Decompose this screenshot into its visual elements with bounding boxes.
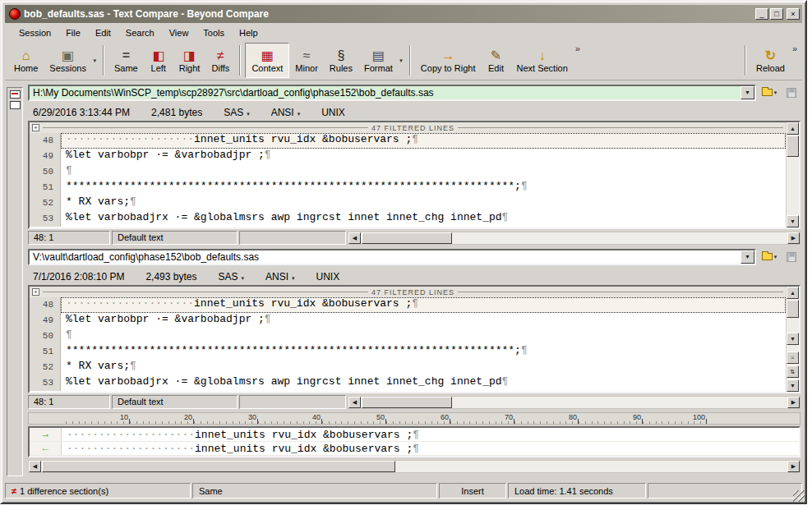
file-map-strip[interactable] — [7, 87, 23, 476]
bottom-horizontal-scrollbar[interactable]: ◀ ▶ — [348, 396, 800, 409]
scrollbar-thumb[interactable] — [787, 300, 799, 318]
show-left-button[interactable]: ◧ Left — [144, 43, 173, 78]
minor-button[interactable]: ≈ Minor — [289, 43, 324, 78]
center-differences-button[interactable]: ≈ — [787, 351, 799, 364]
top-vertical-scrollbar[interactable]: ▲ ▼ — [786, 122, 799, 227]
scroll-left-button[interactable]: ◀ — [348, 232, 361, 244]
folder-open-icon — [762, 253, 773, 260]
bottom-encoding-select[interactable]: ANSI▾ — [265, 271, 295, 283]
scroll-left-button[interactable]: ◀ — [348, 397, 361, 408]
copy-to-right-button[interactable]: → Copy to Right — [415, 43, 482, 78]
scroll-right-button[interactable]: ▶ — [787, 397, 800, 408]
scrollbar-thumb[interactable] — [362, 232, 452, 244]
menu-session[interactable]: Session — [12, 25, 58, 40]
maximize-button[interactable]: □ — [770, 8, 783, 20]
expand-icon[interactable]: + — [32, 288, 39, 296]
code-line[interactable]: 52 * RX vars;¶ — [30, 360, 786, 375]
bottom-vertical-scrollbar[interactable]: ▲ ▼ ≈ ⇅ ▼ — [786, 287, 799, 392]
bottom-path-dropdown-button[interactable]: ▼ — [740, 250, 754, 264]
detail-line-right[interactable]: ← ····················innet_units rvu_id… — [30, 442, 799, 456]
bottom-format-select[interactable]: SAS▾ — [218, 271, 244, 283]
toolbar-separator — [103, 45, 104, 76]
show-diffs-button[interactable]: ≠ Diffs — [205, 43, 235, 78]
scroll-left-button[interactable]: ◀ — [29, 461, 41, 472]
menu-view[interactable]: View — [162, 25, 196, 40]
scrollbar-thumb[interactable] — [42, 461, 395, 472]
top-path-combo: ▼ — [28, 85, 756, 101]
menu-help[interactable]: Help — [232, 25, 265, 40]
resize-grip[interactable] — [793, 490, 805, 502]
line-number: 53 — [30, 211, 61, 227]
scroll-up-button[interactable]: ▲ — [787, 287, 799, 299]
rules-button[interactable]: § Rules — [324, 43, 358, 78]
scrollbar-thumb[interactable] — [787, 136, 799, 157]
bottom-filtered-lines-header[interactable]: + 47 FILTERED LINES — [30, 287, 786, 297]
next-section-button[interactable]: ↓ Next Section — [510, 43, 573, 78]
column-ruler: 10 20 30 40 50 60 70 80 90 100 — [28, 412, 800, 425]
sessions-dropdown-icon[interactable]: ▾ — [93, 57, 96, 64]
app-window: bob_defaults.sas - Text Compare - Beyond… — [0, 0, 807, 504]
text-style: Default text — [112, 231, 238, 245]
home-button[interactable]: ⌂ Home — [8, 43, 44, 78]
line-number: 51 — [30, 344, 61, 360]
scroll-down-button[interactable]: ▼ — [787, 215, 799, 227]
code-line[interactable]: 53 %let varbobadjrx ·= &globalmsrs awp i… — [30, 375, 786, 391]
code-line[interactable]: 53 %let varbobadjrx ·= &globalmsrs awp i… — [30, 211, 786, 227]
top-horizontal-scrollbar[interactable]: ◀ ▶ — [348, 232, 800, 245]
code-line[interactable]: 48 ····················innet_units rvu_i… — [30, 297, 786, 313]
window-title: bob_defaults.sas - Text Compare - Beyond… — [24, 8, 754, 20]
edit-button[interactable]: ✎ Edit — [481, 43, 510, 78]
code-line[interactable]: 48 ····················innet_units rvu_i… — [30, 133, 786, 149]
line-text: ****************************************… — [61, 180, 786, 195]
reload-button[interactable]: ↻ Reload — [750, 43, 791, 78]
top-filtered-lines-header[interactable]: + 47 FILTERED LINES — [30, 122, 786, 133]
top-encoding-select[interactable]: ANSI▾ — [271, 107, 301, 118]
code-line[interactable]: 51 *************************************… — [30, 344, 786, 360]
scroll-right-button[interactable]: ▶ — [787, 232, 800, 244]
bottom-editor-pane[interactable]: + 47 FILTERED LINES 48 ·················… — [28, 285, 800, 393]
title-bar[interactable]: bob_defaults.sas - Text Compare - Beyond… — [5, 5, 802, 23]
toolbar-overflow-icon[interactable]: » — [791, 43, 799, 54]
menu-tools[interactable]: Tools — [196, 25, 232, 40]
scroll-right-button[interactable]: ▶ — [787, 461, 800, 472]
top-save-button[interactable] — [782, 85, 800, 101]
menu-file[interactable]: File — [58, 25, 88, 40]
menu-search[interactable]: Search — [118, 25, 162, 40]
encoding-dropdown-icon: ▾ — [292, 275, 295, 281]
code-line[interactable]: 49 %let varbobpr ·= &varbobadjpr ;¶ — [30, 149, 786, 164]
top-format-select[interactable]: SAS▾ — [224, 107, 250, 118]
code-line[interactable]: 49 %let varbobpr ·= &varbobadjpr ;¶ — [30, 313, 786, 329]
show-right-button[interactable]: ◨ Right — [173, 43, 206, 78]
bottom-modified-time: 7/1/2016 2:08:10 PM — [33, 271, 124, 283]
top-editor-pane[interactable]: + 47 FILTERED LINES 48 ·················… — [28, 121, 800, 229]
top-file-path-input[interactable] — [30, 86, 740, 99]
scroll-down-button[interactable]: ▼ — [787, 333, 799, 345]
bottom-pane-status-row: 48: 1 Default text ◀ ▶ — [28, 395, 800, 409]
show-same-button[interactable]: = Same — [108, 43, 144, 78]
next-difference-button[interactable]: ▼ — [787, 379, 799, 392]
bottom-browse-button[interactable]: ▾ — [760, 249, 778, 265]
detail-line-left[interactable]: → ····················innet_units rvu_id… — [30, 428, 799, 442]
code-line[interactable]: 52 * RX vars;¶ — [30, 195, 786, 211]
expand-icon[interactable]: + — [32, 124, 39, 131]
context-button[interactable]: ▦ Context — [245, 43, 289, 78]
format-button[interactable]: ▤ Format ▾ — [358, 43, 405, 78]
sessions-button[interactable]: ▣ Sessions ▾ — [44, 43, 99, 78]
scroll-up-button[interactable]: ▲ — [787, 122, 799, 135]
top-path-dropdown-button[interactable]: ▼ — [740, 86, 754, 99]
shared-horizontal-scrollbar[interactable]: ◀ ▶ — [28, 460, 800, 473]
toolbar-overflow-icon[interactable]: » — [574, 43, 582, 54]
top-browse-button[interactable]: ▾ — [760, 85, 778, 101]
bottom-file-path-input[interactable] — [30, 250, 740, 264]
minimize-button[interactable]: _ — [755, 8, 768, 20]
code-line[interactable]: 51 *************************************… — [30, 180, 786, 195]
lock-scrolling-button[interactable]: ⇅ — [787, 365, 799, 378]
bottom-save-button[interactable] — [782, 249, 800, 265]
scrollbar-thumb[interactable] — [362, 397, 452, 408]
format-dropdown-icon[interactable]: ▾ — [399, 57, 403, 64]
code-line[interactable]: 50 ¶ — [30, 329, 786, 344]
close-button[interactable]: × — [787, 8, 800, 20]
cursor-position: 48: 1 — [28, 395, 110, 409]
menu-edit[interactable]: Edit — [88, 25, 118, 40]
code-line[interactable]: 50 ¶ — [30, 164, 786, 180]
